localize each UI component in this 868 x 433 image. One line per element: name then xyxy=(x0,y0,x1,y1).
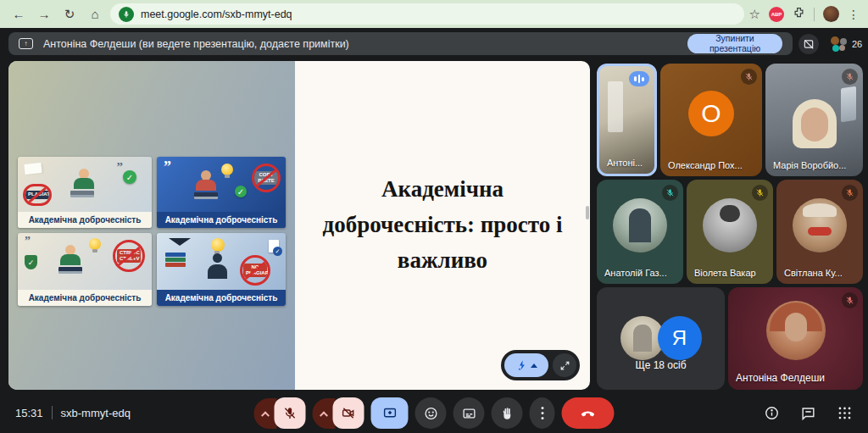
site-mic-permission-icon[interactable] xyxy=(119,7,134,22)
more-options-button[interactable] xyxy=(530,397,555,429)
participant-tile[interactable]: Віолета Вакар xyxy=(687,180,773,284)
annotation-menu-caret[interactable] xyxy=(531,364,537,368)
call-toolbar: 15:31 sxb-mmyt-edq xyxy=(0,392,868,433)
slide-scrollbar[interactable] xyxy=(586,206,589,219)
participants-grid: Антоні... О Олександр Пох... Марія Вороб… xyxy=(597,64,863,390)
participant-photo-avatar xyxy=(613,198,667,253)
more-options-icon xyxy=(541,407,543,419)
speaking-indicator-icon xyxy=(629,71,649,86)
participant-photo-avatar xyxy=(793,198,847,253)
participant-photo-avatar xyxy=(766,301,826,360)
participant-name: Олександр Пох... xyxy=(668,160,743,170)
participants-row-2: Анатолій Газ... Віолета Вакар Світлана К… xyxy=(597,180,863,284)
participant-name: Марія Воробйо... xyxy=(773,160,846,170)
address-bar[interactable]: meet.google.com/sxb-mmyt-edq xyxy=(110,3,744,25)
home-icon[interactable]: ⌂ xyxy=(85,4,105,25)
meeting-code: sxb-mmyt-edq xyxy=(61,407,131,419)
mic-muted-icon xyxy=(842,185,858,201)
activities-grid-icon[interactable] xyxy=(837,405,853,421)
extensions-puzzle-icon[interactable] xyxy=(793,6,805,22)
mic-muted-icon xyxy=(662,185,678,201)
mic-muted-icon xyxy=(741,69,757,85)
forward-icon[interactable]: → xyxy=(34,4,54,25)
participant-initial-avatar: Я xyxy=(658,316,702,360)
screen-share-icon: ↑ xyxy=(19,38,33,49)
slide-image-no-plagiarism: NO PLAGIARISM Академічна доброчесність xyxy=(157,233,286,306)
participant-tile[interactable]: Антоні... xyxy=(597,64,657,176)
stop-presentation-button[interactable]: Зупинити презентацію xyxy=(687,34,782,53)
participant-tile[interactable]: О Олександр Пох... xyxy=(660,64,762,176)
participant-name: Антоніна Фелдеши xyxy=(736,372,825,384)
reactions-button[interactable] xyxy=(415,397,447,429)
end-call-button[interactable] xyxy=(562,397,615,429)
slide-title: Академічна доброчесність: просто і важли… xyxy=(311,172,574,279)
toolbar-divider xyxy=(814,8,815,21)
more-participants-label: Ще 18 осіб xyxy=(597,359,725,371)
slide-image-plagiat: PLAGIAT Академічна доброчесність xyxy=(18,157,152,228)
present-now-button[interactable] xyxy=(371,397,409,429)
participant-name: Анатолій Газ... xyxy=(604,268,667,278)
participant-count: 26 xyxy=(852,39,862,49)
participant-name: Віолета Вакар xyxy=(694,268,756,278)
slide-image-collage: PLAGIAT Академічна доброчесність COPY PA… xyxy=(8,61,295,390)
participant-avatars-icon xyxy=(829,36,848,53)
back-icon[interactable]: ← xyxy=(8,4,29,25)
image-caption: Академічна доброчесність xyxy=(18,290,152,306)
camera-control-group xyxy=(313,397,364,429)
participant-photo-avatar xyxy=(703,198,757,253)
browser-toolbar: ← → ↻ ⌂ meet.google.com/sxb-mmyt-edq ☆ A… xyxy=(0,0,868,28)
more-participants-tile[interactable]: Я Ще 18 осіб xyxy=(597,287,725,390)
participant-tile[interactable]: Марія Воробйо... xyxy=(765,64,863,176)
participants-row-1: Антоні... О Олександр Пох... Марія Вороб… xyxy=(597,64,863,176)
slide-image-copy-paste: COPY PASTE Академічна доброчесність xyxy=(157,157,286,228)
chat-icon[interactable] xyxy=(800,405,816,421)
presenter-status-text: Антоніна Фелдеши (ви ведете презентацію,… xyxy=(43,38,349,50)
annotation-button[interactable] xyxy=(504,353,548,377)
effects-off-icon[interactable] xyxy=(798,34,819,54)
image-caption: Академічна доброчесність xyxy=(157,290,286,306)
bookmark-star-icon[interactable]: ☆ xyxy=(749,7,760,22)
slide-title-area: Академічна доброчесність: просто і важли… xyxy=(295,61,590,390)
captions-button[interactable] xyxy=(453,397,485,429)
participants-count-button[interactable]: 26 xyxy=(829,36,862,53)
meeting-details-icon[interactable] xyxy=(764,405,780,421)
url-text[interactable]: meet.google.com/sxb-mmyt-edq xyxy=(141,8,292,20)
profile-avatar[interactable] xyxy=(823,6,839,22)
reload-icon[interactable]: ↻ xyxy=(59,4,80,25)
camera-options-chevron[interactable] xyxy=(313,398,336,429)
fullscreen-button[interactable] xyxy=(553,353,576,377)
participant-name: Антоні... xyxy=(607,158,643,168)
camera-off-button[interactable] xyxy=(333,397,364,429)
presentation-controls xyxy=(501,350,580,380)
image-caption: Академічна доброчесність xyxy=(18,212,152,228)
image-caption: Академічна доброчесність xyxy=(157,212,286,228)
adblock-extension-icon[interactable]: ABP xyxy=(769,7,784,22)
participants-row-3: Я Ще 18 осіб Антоніна Фелдеши xyxy=(597,287,863,390)
mic-muted-icon xyxy=(842,292,858,308)
toolbar-divider xyxy=(52,406,53,419)
mic-options-chevron[interactable] xyxy=(254,398,277,429)
participant-tile[interactable]: Світлана Ку... xyxy=(776,180,863,284)
participant-name: Світлана Ку... xyxy=(784,268,843,278)
mic-muted-icon xyxy=(752,185,768,201)
presenting-banner: ↑ Антоніна Фелдеши (ви ведете презентаці… xyxy=(8,32,793,55)
participant-tile[interactable]: Антоніна Фелдеши xyxy=(728,287,863,390)
shared-presentation: PLAGIAT Академічна доброчесність COPY PA… xyxy=(8,61,590,390)
participant-initial-avatar: О xyxy=(688,91,734,136)
slide-image-ctrl-cv: CTRL+C CTRL+V Академічна доброчесність xyxy=(18,233,152,306)
raise-hand-button[interactable] xyxy=(492,397,523,429)
browser-menu-icon[interactable]: ⋮ xyxy=(848,8,860,21)
mic-muted-button[interactable] xyxy=(275,397,306,429)
mic-muted-icon xyxy=(842,69,858,85)
clock-text: 15:31 xyxy=(15,407,43,419)
participant-tile[interactable]: Анатолій Газ... xyxy=(597,180,683,284)
mic-control-group xyxy=(254,397,306,429)
